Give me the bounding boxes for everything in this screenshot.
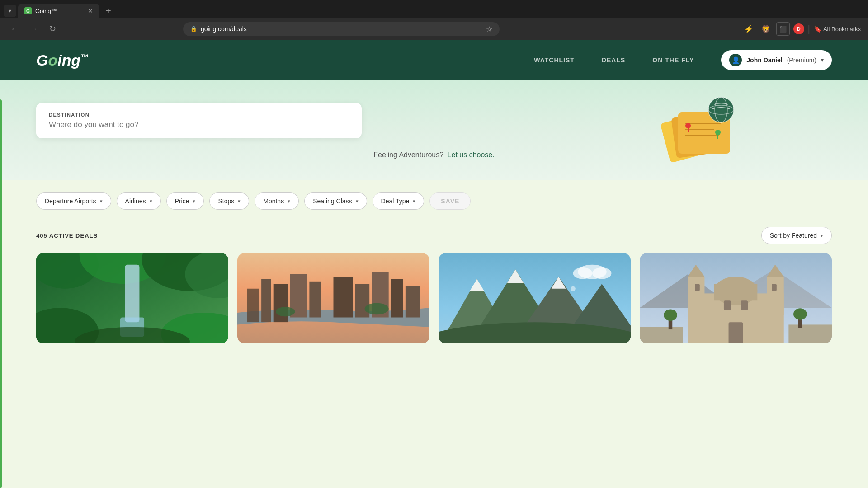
airlines-chevron-icon: ▾	[150, 198, 152, 204]
tab-favicon: G	[24, 7, 32, 14]
nav-deals[interactable]: DEALS	[602, 56, 625, 64]
svg-rect-63	[640, 327, 683, 343]
svg-rect-17	[125, 265, 140, 323]
svg-rect-54	[688, 277, 704, 315]
user-chevron-icon: ▾	[821, 57, 824, 63]
svg-point-34	[365, 303, 389, 315]
user-icon: 👤	[729, 54, 742, 66]
svg-rect-53	[714, 284, 758, 300]
deal-card-4[interactable]	[640, 253, 832, 343]
destination-search-box: DESTINATION	[36, 103, 362, 138]
svg-point-6	[685, 123, 691, 128]
airlines-label: Airlines	[125, 197, 146, 205]
price-label: Price	[175, 197, 189, 205]
logo[interactable]: Going™	[36, 52, 89, 69]
main-nav: WATCHLIST DEALS ON THE FLY	[534, 56, 694, 64]
toolbar-actions: ⚡ 🦁 ⬛ D | 🔖 All Bookmarks	[742, 22, 861, 36]
bookmarks-button[interactable]: 🔖 All Bookmarks	[814, 25, 861, 33]
svg-rect-60	[724, 300, 731, 310]
sort-button[interactable]: Sort by Featured ▾	[761, 227, 832, 244]
refresh-button[interactable]: ↻	[45, 22, 60, 36]
svg-point-45	[573, 267, 593, 279]
browser-tab-dropdown[interactable]: ▾	[4, 5, 16, 17]
deal-card-2[interactable]	[237, 253, 429, 343]
svg-rect-31	[391, 279, 403, 318]
extensions-icon[interactable]: ⬛	[776, 22, 790, 36]
wallet-icon[interactable]: 🦁	[759, 22, 773, 36]
svg-rect-55	[767, 277, 784, 315]
new-tab-button[interactable]: +	[101, 5, 116, 17]
destination-input[interactable]	[49, 120, 349, 129]
stops-chevron-icon: ▾	[238, 198, 241, 204]
svg-rect-59	[772, 284, 777, 291]
map-illustration	[651, 89, 741, 171]
price-chevron-icon: ▾	[193, 198, 195, 204]
let-us-choose-link[interactable]: Let us choose.	[448, 151, 495, 159]
deal-type-filter[interactable]: Deal Type ▾	[373, 192, 425, 210]
profile-avatar[interactable]: D	[793, 23, 804, 34]
deals-header: 405 ACTIVE DEALS Sort by Featured ▾	[0, 222, 868, 253]
departure-airports-label: Departure Airports	[45, 197, 96, 205]
extension-icon[interactable]: ⚡	[742, 22, 755, 36]
deal-cards-grid	[0, 253, 868, 361]
bookmark-star-icon[interactable]: ☆	[486, 25, 492, 33]
back-button[interactable]: ←	[7, 22, 22, 36]
seating-class-filter[interactable]: Seating Class ▾	[304, 192, 367, 210]
logo-text: Going	[36, 52, 80, 69]
airlines-filter[interactable]: Airlines ▾	[117, 192, 161, 210]
deal-card-1[interactable]	[36, 253, 228, 343]
svg-rect-61	[741, 300, 748, 310]
save-filter-button[interactable]: SAVE	[429, 192, 471, 210]
green-accent-bar	[0, 99, 2, 488]
deal-card-3[interactable]	[439, 253, 631, 343]
months-filter[interactable]: Months ▾	[255, 192, 299, 210]
departure-airports-filter[interactable]: Departure Airports ▾	[36, 192, 111, 210]
svg-rect-58	[695, 284, 700, 291]
user-name: John Daniel	[746, 56, 782, 64]
stops-label: Stops	[218, 197, 234, 205]
departure-airports-chevron-icon: ▾	[100, 198, 103, 204]
deal-type-chevron-icon: ▾	[413, 198, 415, 204]
site-header: Going™ WATCHLIST DEALS ON THE FLY 👤 John…	[0, 40, 868, 80]
nav-watchlist[interactable]: WATCHLIST	[534, 56, 575, 64]
browser-toolbar: ← → ↻ 🔒 ☆ ⚡ 🦁 ⬛ D | 🔖 All Bookmarks	[0, 18, 868, 40]
sort-label: Sort by Featured	[770, 232, 817, 239]
bookmarks-label: All Bookmarks	[823, 26, 861, 33]
svg-point-7	[715, 130, 721, 135]
bookmarks-icon: 🔖	[814, 25, 821, 33]
stops-filter[interactable]: Stops ▾	[209, 192, 249, 210]
months-chevron-icon: ▾	[288, 198, 290, 204]
svg-point-46	[592, 267, 612, 279]
svg-rect-28	[334, 277, 353, 317]
user-badge: (Premium)	[787, 56, 816, 64]
svg-point-33	[276, 307, 295, 316]
lock-icon: 🔒	[190, 26, 197, 32]
sort-chevron-icon: ▾	[821, 233, 823, 239]
svg-rect-23	[247, 289, 259, 322]
url-input[interactable]	[201, 25, 482, 33]
months-label: Months	[263, 197, 284, 205]
tab-close-icon[interactable]: ✕	[88, 7, 93, 14]
svg-rect-27	[309, 282, 321, 318]
filters-section: Departure Airports ▾ Airlines ▾ Price ▾ …	[0, 180, 868, 222]
seating-class-label: Seating Class	[313, 197, 352, 205]
active-tab[interactable]: G Going™ ✕	[18, 4, 99, 18]
svg-rect-62	[729, 322, 743, 343]
price-filter[interactable]: Price ▾	[166, 192, 204, 210]
nav-on-the-fly[interactable]: ON THE FLY	[652, 56, 694, 64]
active-deals-count: 405 ACTIVE DEALS	[36, 232, 98, 239]
svg-rect-32	[406, 286, 420, 317]
svg-point-47	[571, 286, 576, 291]
address-bar[interactable]: 🔒 ☆	[183, 22, 500, 36]
hero-section: DESTINATION	[0, 80, 868, 180]
user-menu-button[interactable]: 👤 John Daniel (Premium) ▾	[721, 50, 832, 70]
browser-chrome: ▾ G Going™ ✕ + ← → ↻ 🔒 ☆ ⚡ 🦁 ⬛ D | 🔖 All…	[0, 0, 868, 40]
forward-button[interactable]: →	[26, 22, 41, 36]
destination-label: DESTINATION	[49, 112, 349, 117]
svg-rect-24	[261, 279, 271, 323]
deal-type-label: Deal Type	[381, 197, 410, 205]
svg-point-66	[664, 309, 677, 321]
tab-title: Going™	[35, 8, 57, 14]
browser-tab-bar: ▾ G Going™ ✕ +	[0, 0, 868, 18]
seating-class-chevron-icon: ▾	[356, 198, 359, 204]
